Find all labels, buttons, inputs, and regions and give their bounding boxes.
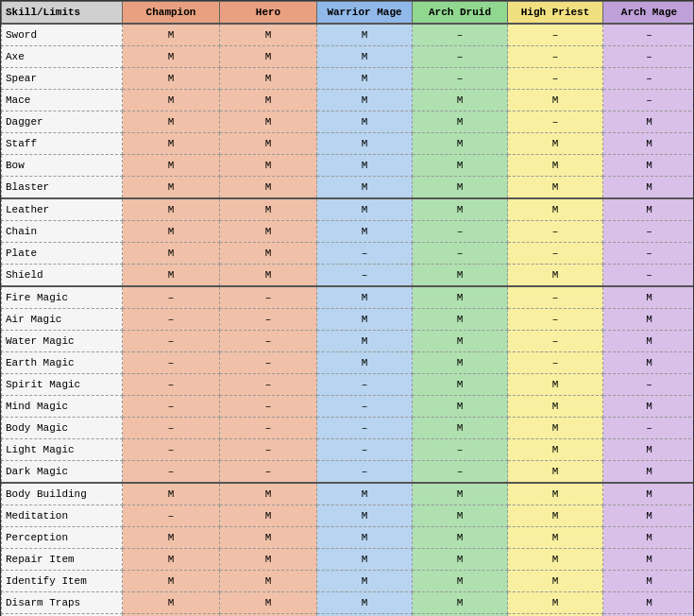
header-warrior-mage: Warrior Mage — [317, 2, 413, 25]
table-row: AxeMMM––– — [2, 46, 695, 68]
hp-cell: – — [508, 352, 603, 374]
header-arch-druid: Arch Druid — [413, 2, 508, 25]
hero-cell: M — [220, 505, 317, 527]
hp-cell: M — [508, 133, 603, 155]
table-row: Dark Magic––––MM — [2, 461, 695, 484]
ad-cell: M — [413, 549, 508, 571]
champion-cell: M — [123, 527, 220, 549]
wm-cell: M — [317, 331, 413, 352]
champion-cell: – — [123, 309, 220, 331]
table-row: Fire Magic––MM–M — [2, 286, 695, 309]
hero-cell: M — [220, 571, 317, 592]
skill-cell: Meditation — [2, 505, 123, 527]
ad-cell: M — [413, 155, 508, 177]
skill-cell: Identify Item — [2, 571, 123, 592]
hp-cell: M — [508, 198, 603, 221]
table-row: BlasterMMMMMM — [2, 177, 695, 199]
hero-cell: – — [220, 309, 317, 331]
ad-cell: M — [413, 331, 508, 352]
champion-cell: – — [123, 286, 220, 309]
am-cell: M — [603, 527, 695, 549]
champion-cell: M — [123, 68, 220, 90]
am-cell: M — [603, 592, 695, 614]
table-row: Earth Magic––MM–M — [2, 352, 695, 374]
am-cell: M — [603, 396, 695, 418]
champion-cell: M — [123, 133, 220, 155]
skill-cell: Shield — [2, 265, 123, 287]
skill-cell: Chain — [2, 221, 123, 243]
table-row: ChainMMM––– — [2, 221, 695, 243]
ad-cell: M — [413, 133, 508, 155]
wm-cell: M — [317, 286, 413, 309]
table-row: Meditation–MMMMM — [2, 505, 695, 527]
hp-cell: M — [508, 374, 603, 396]
ad-cell: – — [413, 461, 508, 484]
skill-cell: Perception — [2, 527, 123, 549]
skill-cell: Repair Item — [2, 549, 123, 571]
skill-cell: Axe — [2, 46, 123, 68]
hero-cell: – — [220, 461, 317, 484]
skill-cell: Staff — [2, 133, 123, 155]
header-row: Skill/Limits Champion Hero Warrior Mage … — [2, 2, 695, 25]
am-cell: – — [603, 68, 695, 90]
am-cell: M — [603, 331, 695, 352]
skill-cell: Air Magic — [2, 309, 123, 331]
champion-cell: – — [123, 505, 220, 527]
ad-cell: M — [413, 505, 508, 527]
header-arch-mage: Arch Mage — [603, 2, 695, 25]
ad-cell: M — [413, 483, 508, 505]
table-row: Air Magic––MM–M — [2, 309, 695, 331]
table-row: ShieldMM–MM– — [2, 265, 695, 287]
ad-cell: M — [413, 374, 508, 396]
champion-cell: M — [123, 90, 220, 111]
champion-cell: – — [123, 396, 220, 418]
ad-cell: M — [413, 396, 508, 418]
ad-cell: M — [413, 592, 508, 614]
champion-cell: M — [123, 592, 220, 614]
wm-cell: – — [317, 418, 413, 439]
hp-cell: M — [508, 155, 603, 177]
table-row: Body BuildingMMMMMM — [2, 483, 695, 505]
hp-cell: – — [508, 111, 603, 133]
ad-cell: M — [413, 177, 508, 199]
wm-cell: M — [317, 505, 413, 527]
am-cell: M — [603, 571, 695, 592]
wm-cell: – — [317, 374, 413, 396]
wm-cell: M — [317, 592, 413, 614]
champion-cell: M — [123, 46, 220, 68]
skill-cell: Body Building — [2, 483, 123, 505]
wm-cell: – — [317, 265, 413, 287]
table-body: SwordMMM–––AxeMMM–––SpearMMM–––MaceMMMMM… — [2, 24, 695, 616]
am-cell: M — [603, 352, 695, 374]
am-cell: – — [603, 374, 695, 396]
hp-cell: – — [508, 46, 603, 68]
am-cell: – — [603, 221, 695, 243]
hero-cell: M — [220, 90, 317, 111]
wm-cell: M — [317, 133, 413, 155]
table-row: SwordMMM––– — [2, 24, 695, 46]
ad-cell: – — [413, 24, 508, 46]
am-cell: M — [603, 111, 695, 133]
main-table-container: Skill/Limits Champion Hero Warrior Mage … — [0, 0, 694, 616]
hero-cell: – — [220, 396, 317, 418]
hero-cell: – — [220, 439, 317, 461]
table-row: Repair ItemMMMMMM — [2, 549, 695, 571]
table-row: PerceptionMMMMMM — [2, 527, 695, 549]
hero-cell: – — [220, 286, 317, 309]
skill-cell: Blaster — [2, 177, 123, 199]
wm-cell: M — [317, 483, 413, 505]
champion-cell: M — [123, 24, 220, 46]
table-row: StaffMMMMMM — [2, 133, 695, 155]
wm-cell: – — [317, 243, 413, 265]
ad-cell: M — [413, 198, 508, 221]
ad-cell: M — [413, 309, 508, 331]
hp-cell: – — [508, 68, 603, 90]
wm-cell: M — [317, 309, 413, 331]
am-cell: M — [603, 286, 695, 309]
skill-cell: Dagger — [2, 111, 123, 133]
hero-cell: M — [220, 198, 317, 221]
table-row: Identify ItemMMMMMM — [2, 571, 695, 592]
hero-cell: M — [220, 177, 317, 199]
wm-cell: M — [317, 24, 413, 46]
hero-cell: M — [220, 46, 317, 68]
